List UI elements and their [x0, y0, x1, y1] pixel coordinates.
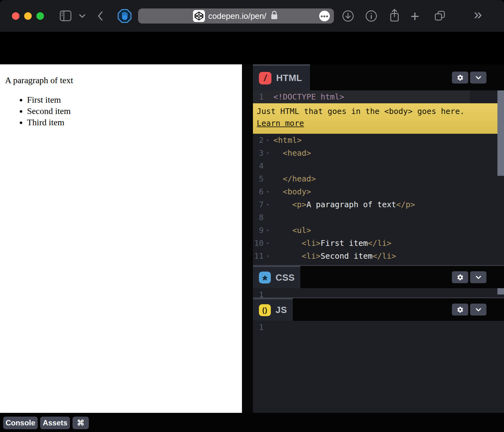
code-line[interactable]: 9▾ <ul>	[253, 224, 504, 237]
console-label: Console	[6, 418, 35, 427]
line-number: 4	[253, 159, 264, 172]
line-number: 1	[253, 321, 264, 334]
page-menu-ellipsis-icon[interactable]: •••	[319, 11, 330, 21]
code-line[interactable]: 1<!DOCTYPE html>	[253, 90, 504, 103]
line-number: 2	[253, 134, 264, 147]
console-button[interactable]: Console	[3, 417, 38, 429]
code-line[interactable]: 2▾<html>	[253, 134, 504, 147]
css-tab-label: CSS	[276, 273, 295, 283]
preview-paragraph: A paragraph of text	[5, 75, 237, 85]
preview-list-item: First item	[27, 94, 239, 105]
line-number: 5	[253, 172, 264, 185]
zoom-window-button[interactable]	[36, 12, 44, 20]
browser-window: codepen.io/pen/ •••	[0, 0, 504, 432]
fold-arrow-icon[interactable]: ▾	[264, 250, 272, 262]
info-icon[interactable]	[365, 10, 378, 24]
code-text	[272, 159, 273, 172]
code-text: <html>	[272, 134, 302, 147]
url-text: codepen.io/pen/	[208, 11, 266, 21]
html-settings-gear-icon[interactable]	[452, 72, 468, 84]
tab-html[interactable]: / HTML	[253, 64, 310, 90]
minimize-window-button[interactable]	[24, 12, 32, 20]
code-line[interactable]: 10▾ <li>First item</li>	[253, 237, 504, 250]
share-icon[interactable]	[388, 8, 401, 24]
html-icon: /	[259, 72, 271, 84]
code-line[interactable]: 4	[253, 159, 504, 172]
html-editor-scrollbar[interactable]	[497, 90, 504, 176]
tab-js[interactable]: () JS	[253, 298, 293, 321]
js-collapse-chevron-icon[interactable]	[470, 304, 486, 316]
address-bar[interactable]: codepen.io/pen/ •••	[138, 8, 334, 24]
css-editor-scrollbar[interactable]	[497, 288, 504, 294]
code-text	[272, 288, 273, 297]
back-icon[interactable]	[96, 10, 105, 23]
code-text: <li>First item</li>	[272, 237, 391, 250]
line-number: 7	[253, 198, 264, 211]
css-settings-gear-icon[interactable]	[452, 271, 468, 283]
line-number: 9	[253, 224, 264, 237]
fold-gutter	[264, 211, 272, 224]
assets-label: Assets	[43, 418, 67, 427]
html-notice-text: Just HTML that goes in the <body> goes h…	[257, 105, 497, 117]
preview-list-item: Third item	[27, 117, 239, 128]
css-code-editor[interactable]: 1	[253, 288, 504, 297]
line-number: 8	[253, 211, 264, 224]
css-icon: *	[259, 272, 271, 284]
preview-list: First itemSecond itemThird item	[3, 94, 239, 128]
fold-gutter	[264, 321, 272, 334]
new-tab-plus-icon[interactable]: +	[410, 9, 419, 24]
tab-css[interactable]: * CSS	[253, 266, 300, 288]
html-collapse-chevron-icon[interactable]	[470, 72, 486, 84]
js-settings-gear-icon[interactable]	[452, 304, 468, 316]
downloads-icon[interactable]	[342, 10, 354, 24]
lock-icon	[270, 10, 279, 22]
fold-arrow-icon[interactable]: ▾	[264, 185, 272, 198]
code-text	[272, 321, 273, 334]
code-line[interactable]: 6▾ <body>	[253, 185, 504, 198]
fold-arrow-icon[interactable]: ▾	[264, 134, 272, 147]
preview-pane: A paragraph of text First itemSecond ite…	[0, 64, 242, 413]
content-blocker-shield-icon[interactable]	[118, 9, 131, 24]
pane-resizer[interactable]	[242, 64, 253, 413]
fold-gutter	[264, 90, 272, 103]
editor-footer: Console Assets ⌘	[0, 413, 504, 432]
line-number: 3	[253, 147, 264, 159]
code-text: <head>	[272, 147, 311, 159]
code-line[interactable]: 8	[253, 211, 504, 224]
code-line[interactable]: 7▾ <p>A paragraph of text</p>	[253, 198, 504, 211]
fold-arrow-icon[interactable]: ▾	[264, 198, 272, 211]
code-text: <body>	[272, 185, 311, 198]
code-text: <!DOCTYPE html>	[272, 90, 344, 103]
code-text: <li>Second item</li>	[272, 250, 396, 262]
html-notice: Just HTML that goes in the <body> goes h…	[253, 103, 497, 134]
learn-more-link[interactable]: Learn more	[257, 117, 497, 129]
codepen-favicon	[193, 10, 205, 22]
html-code-editor[interactable]: 1<!DOCTYPE html> Just HTML that goes in …	[253, 90, 504, 265]
fold-gutter	[264, 159, 272, 172]
fold-arrow-icon[interactable]: ▾	[264, 147, 272, 159]
line-number: 11	[253, 250, 264, 262]
code-line[interactable]: 1	[253, 288, 504, 297]
fold-gutter	[264, 172, 272, 185]
code-line[interactable]: 1	[253, 321, 504, 334]
code-line[interactable]: 11▾ <li>Second item</li>	[253, 250, 504, 262]
code-line[interactable]: 5 </head>	[253, 172, 504, 185]
main-area: A paragraph of text First itemSecond ite…	[0, 64, 504, 413]
browser-toolbar: codepen.io/pen/ •••	[0, 0, 504, 32]
fold-arrow-icon[interactable]: ▾	[264, 224, 272, 237]
line-number: 10	[253, 237, 264, 250]
code-text: </head>	[272, 172, 316, 185]
code-line[interactable]: 3▾ <head>	[253, 147, 504, 159]
sidebar-chevron-icon[interactable]	[78, 13, 86, 20]
editor-column: / HTML 1<!DOCTYPE html> Just HTML that g…	[253, 64, 504, 413]
sidebar-icon[interactable]	[60, 10, 72, 23]
css-collapse-chevron-icon[interactable]	[470, 271, 486, 283]
close-window-button[interactable]	[12, 12, 19, 20]
js-code-editor[interactable]: 1	[253, 321, 504, 413]
tab-overview-icon[interactable]	[434, 10, 446, 24]
assets-button[interactable]: Assets	[40, 417, 70, 429]
keyboard-shortcuts-button[interactable]: ⌘	[72, 417, 89, 429]
fold-arrow-icon[interactable]: ▾	[264, 237, 272, 250]
pen-header: Untitled Captain Anonymous Save Settings	[0, 32, 504, 64]
toolbar-overflow-icon[interactable]: »	[474, 7, 482, 21]
